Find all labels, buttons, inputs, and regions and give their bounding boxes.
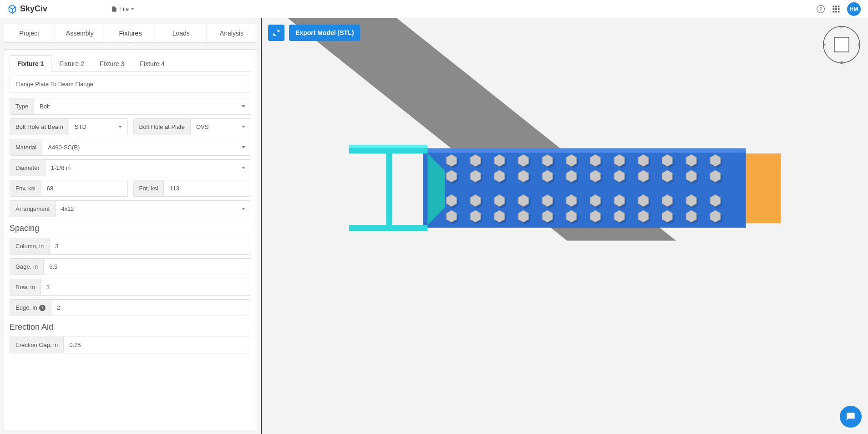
svg-rect-18 — [349, 225, 427, 231]
chevron-down-icon — [242, 208, 245, 210]
fixture-sub-tabs: Fixture 1 Fixture 2 Fixture 3 Fixture 4 — [10, 55, 251, 72]
fixture-panel: Fixture 1 Fixture 2 Fixture 3 Fixture 4 … — [4, 49, 257, 430]
bolt-hole-plate-select[interactable]: OVS — [191, 119, 251, 135]
erection-gap-input[interactable] — [64, 337, 251, 353]
bolt-hole-beam-field: Bolt Hole at Beam STD — [10, 118, 128, 135]
bolt-hole-plate-label: Bolt Hole at Plate — [134, 119, 191, 135]
scene-3d[interactable] — [262, 18, 868, 434]
tab-project[interactable]: Project — [4, 24, 55, 42]
apps-button[interactable] — [832, 5, 841, 14]
avatar-initials: HM — [850, 6, 858, 12]
material-select[interactable]: A490-SC(B) — [42, 139, 251, 155]
subtab-fixture-4[interactable]: Fixture 4 — [132, 55, 172, 72]
bolt-hole-beam-select[interactable]: STD — [69, 119, 127, 135]
topbar-right: ? HM — [816, 2, 861, 16]
chevron-down-icon — [242, 126, 245, 128]
chevron-down-icon — [242, 167, 245, 169]
svg-text:Z: Z — [840, 26, 843, 30]
expand-viewport-button[interactable] — [268, 25, 284, 41]
column-label: Column, in — [10, 238, 50, 254]
svg-rect-21 — [349, 145, 427, 148]
type-select[interactable]: Bolt — [34, 98, 251, 114]
svg-rect-19 — [386, 153, 392, 225]
gage-input[interactable] — [44, 259, 251, 275]
flange-plate-top — [423, 148, 746, 153]
file-menu[interactable]: File — [111, 5, 134, 12]
fnt-label: Fnt, ksi — [134, 180, 164, 196]
chat-button[interactable] — [840, 406, 862, 428]
material-label: Material — [10, 139, 42, 155]
apps-grid-icon — [832, 5, 840, 13]
arrangement-select[interactable]: 4x12 — [56, 201, 251, 217]
tab-analysis[interactable]: Analysis — [207, 24, 257, 42]
fnv-field: Fnv, ksi — [10, 180, 128, 197]
diameter-label: Diameter — [10, 160, 46, 176]
app-root: SkyCiv File ? HM Project As — [0, 0, 868, 434]
main-tabs: Project Assembly Fixtures Loads Analysis — [4, 24, 257, 43]
svg-text:Z: Z — [840, 60, 843, 65]
edge-label: Edge, in i — [10, 300, 51, 316]
arrangement-label: Arrangement — [10, 201, 56, 217]
svg-text:X: X — [858, 42, 860, 47]
bolt-hole-beam-label: Bolt Hole at Beam — [10, 119, 69, 135]
svg-rect-10 — [838, 10, 840, 12]
diameter-select[interactable]: 1-1/8 in — [46, 160, 251, 176]
sidebar: Project Assembly Fixtures Loads Analysis… — [0, 18, 262, 434]
column-input[interactable] — [50, 238, 251, 254]
fnv-label: Fnv, ksi — [10, 180, 41, 196]
gage-label: Gage, in — [10, 259, 44, 275]
export-model-button[interactable]: Export Model (STL) — [289, 25, 360, 41]
subtab-fixture-1[interactable]: Fixture 1 — [10, 55, 51, 72]
chevron-down-icon — [242, 146, 245, 148]
fnt-input[interactable] — [164, 180, 251, 196]
subtab-fixture-3[interactable]: Fixture 3 — [92, 55, 132, 72]
user-avatar[interactable]: HM — [847, 2, 861, 16]
viewport-3d[interactable]: Export Model (STL) Z Z X X — [262, 18, 868, 434]
row-label: Row, in — [10, 279, 41, 295]
fixture-description: Flange Plate To Beam Flange — [10, 76, 251, 92]
skyciv-logo-icon — [7, 4, 17, 14]
tab-loads[interactable]: Loads — [156, 24, 207, 42]
topbar: SkyCiv File ? HM — [0, 0, 868, 18]
svg-text:?: ? — [819, 6, 822, 12]
chevron-down-icon — [242, 105, 245, 107]
fnt-field: Fnt, ksi — [133, 180, 252, 197]
row-input[interactable] — [41, 279, 251, 295]
subtab-fixture-2[interactable]: Fixture 2 — [51, 55, 91, 72]
i-beam-section — [349, 145, 445, 231]
type-label: Type — [10, 98, 34, 114]
info-icon[interactable]: i — [39, 305, 46, 311]
help-icon: ? — [816, 5, 825, 14]
edge-input[interactable] — [51, 300, 251, 316]
column-field: Column, in — [10, 238, 251, 255]
expand-icon — [272, 29, 280, 37]
tab-fixtures[interactable]: Fixtures — [105, 24, 156, 42]
svg-rect-9 — [835, 10, 837, 12]
viewport-toolbar: Export Model (STL) — [268, 25, 360, 41]
axis-orientation-widget[interactable]: Z Z X X — [822, 25, 862, 65]
spacing-header: Spacing — [10, 224, 251, 233]
chevron-down-icon — [118, 126, 122, 128]
help-button[interactable]: ? — [816, 5, 825, 14]
erection-header: Erection Aid — [10, 322, 251, 332]
svg-rect-17 — [349, 148, 427, 153]
edge-field: Edge, in i — [10, 299, 251, 316]
main: Project Assembly Fixtures Loads Analysis… — [0, 18, 868, 434]
svg-rect-8 — [833, 10, 835, 12]
erection-gap-field: Erection Gap, in — [10, 337, 251, 353]
svg-rect-6 — [835, 8, 837, 10]
type-field: Type Bolt — [10, 98, 251, 115]
fnv-input[interactable] — [41, 180, 127, 196]
brand-logo[interactable]: SkyCiv — [7, 4, 47, 14]
svg-rect-7 — [838, 8, 840, 10]
svg-rect-12 — [834, 37, 849, 52]
svg-rect-3 — [835, 5, 837, 7]
row-field: Row, in — [10, 279, 251, 296]
material-field: Material A490-SC(B) — [10, 139, 251, 156]
svg-rect-4 — [838, 5, 840, 7]
svg-rect-2 — [833, 5, 835, 7]
arrangement-field: Arrangement 4x12 — [10, 200, 251, 217]
file-icon — [111, 6, 117, 12]
tab-assembly[interactable]: Assembly — [55, 24, 105, 42]
brand-name: SkyCiv — [20, 4, 47, 14]
